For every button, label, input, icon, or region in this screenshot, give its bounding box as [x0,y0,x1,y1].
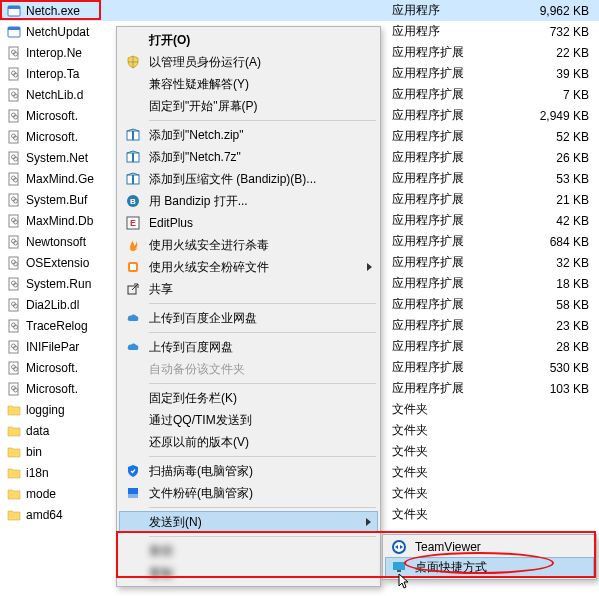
svg-text:E: E [130,218,136,228]
menu-open-bandizip[interactable]: B 用 Bandizip 打开... [119,190,378,212]
file-name: Microsoft. [26,109,112,123]
pcmgr-shred-icon [123,485,143,501]
svg-rect-78 [397,570,401,572]
dll-icon [6,213,22,229]
menu-send-to[interactable]: 发送到(N) [119,511,378,533]
separator [149,383,376,384]
file-name: amd64 [26,508,112,522]
svg-rect-56 [132,131,134,140]
menu-upload-baidu[interactable]: 上传到百度网盘 [119,336,378,358]
separator [149,332,376,333]
file-name: System.Buf [26,193,112,207]
file-name: Microsoft. [26,130,112,144]
menu-pin-taskbar[interactable]: 固定到任务栏(K) [119,387,378,409]
menu-send-qq-label: 通过QQ/TIM发送到 [149,412,360,429]
blank-icon [123,434,143,450]
separator [149,507,376,508]
file-type: 应用程序扩展 [392,380,482,397]
menu-editplus[interactable]: E EditPlus [119,212,378,234]
menu-restore-prev[interactable]: 还原以前的版本(V) [119,431,378,453]
menu-add-zip-label: 添加到"Netch.zip" [149,127,360,144]
menu-huorong-scan[interactable]: 使用火绒安全进行杀毒 [119,234,378,256]
menu-add-7z[interactable]: 添加到"Netch.7z" [119,146,378,168]
menu-copy[interactable]: 复制 [119,562,378,584]
menu-pin-start[interactable]: 固定到"开始"屏幕(P) [119,95,378,117]
submenu-arrow-icon [367,263,372,271]
menu-auto-backup-label: 自动备份该文件夹 [149,361,360,378]
menu-send-qq[interactable]: 通过QQ/TIM发送到 [119,409,378,431]
file-size: 32 KB [509,256,589,270]
menu-open-bandizip-label: 用 Bandizip 打开... [149,193,360,210]
app-icon [6,3,22,19]
blank-icon [123,76,143,92]
dll-icon [6,192,22,208]
menu-send-to-label: 发送到(N) [149,514,360,531]
file-name: OSExtensio [26,256,112,270]
menu-add-compress-label: 添加到压缩文件 (Bandizip)(B)... [149,171,360,188]
menu-scan-virus[interactable]: 扫描病毒(电脑管家) [119,460,378,482]
file-size: 21 KB [509,193,589,207]
huorong-shred-icon [123,259,143,275]
menu-file-shred-label: 文件粉碎(电脑管家) [149,485,360,502]
menu-compat[interactable]: 兼容性疑难解答(Y) [119,73,378,95]
file-name: MaxMind.Db [26,214,112,228]
blank-icon [123,32,143,48]
dll-icon [6,318,22,334]
file-size: 18 KB [509,277,589,291]
menu-copy-label: 复制 [149,565,360,582]
file-size: 2,949 KB [509,109,589,123]
menu-huorong-shred[interactable]: 使用火绒安全粉碎文件 [119,256,378,278]
submenu-arrow-icon [366,518,371,526]
file-name: NetchLib.d [26,88,112,102]
file-name: mode [26,487,112,501]
menu-share[interactable]: 共享 [119,278,378,300]
file-size: 22 KB [509,46,589,60]
file-type: 应用程序扩展 [392,65,482,82]
file-type: 应用程序扩展 [392,317,482,334]
file-name: Interop.Ne [26,46,112,60]
svg-rect-68 [128,488,138,494]
menu-add-zip[interactable]: 添加到"Netch.zip" [119,124,378,146]
sub-teamviewer[interactable]: TeamViewer [385,537,594,557]
menu-pin-taskbar-label: 固定到任务栏(K) [149,390,360,407]
menu-compat-label: 兼容性疑难解答(Y) [149,76,360,93]
dll-icon [6,360,22,376]
file-type: 文件夹 [392,464,482,481]
sub-desktop-shortcut-label: 桌面快捷方式 [415,559,487,576]
menu-huorong-scan-label: 使用火绒安全进行杀毒 [149,237,360,254]
menu-upload-baidu-ent[interactable]: 上传到百度企业网盘 [119,307,378,329]
separator [149,120,376,121]
file-type: 文件夹 [392,506,482,523]
menu-add-compress[interactable]: 添加到压缩文件 (Bandizip)(B)... [119,168,378,190]
folder-icon [6,444,22,460]
file-type: 应用程序扩展 [392,191,482,208]
blank-icon [123,361,143,377]
file-size: 53 KB [509,172,589,186]
bandizip-box-icon [123,149,143,165]
dll-icon [6,339,22,355]
dll-icon [6,108,22,124]
blank-icon [123,98,143,114]
menu-open-label: 打开(O) [149,32,360,49]
share-icon [123,281,143,297]
file-type: 文件夹 [392,443,482,460]
sub-desktop-shortcut[interactable]: 桌面快捷方式 [385,557,594,577]
menu-file-shred[interactable]: 文件粉碎(电脑管家) [119,482,378,504]
file-type: 应用程序扩展 [392,212,482,229]
menu-share-label: 共享 [149,281,360,298]
menu-cut[interactable]: 剪切 [119,540,378,562]
menu-open[interactable]: 打开(O) [119,29,378,51]
file-name: NetchUpdat [26,25,112,39]
file-type: 应用程序扩展 [392,170,482,187]
menu-runas[interactable]: 以管理员身份运行(A) [119,51,378,73]
teamviewer-icon [389,539,409,555]
dll-icon [6,129,22,145]
pcmgr-scan-icon [123,463,143,479]
file-size: 26 KB [509,151,589,165]
file-name: System.Net [26,151,112,165]
blank-icon [123,412,143,428]
menu-runas-label: 以管理员身份运行(A) [149,54,360,71]
file-size: 7 KB [509,88,589,102]
bandizip-app-icon: B [123,193,143,209]
file-row[interactable]: Netch.exe应用程序9,962 KB [0,0,599,21]
